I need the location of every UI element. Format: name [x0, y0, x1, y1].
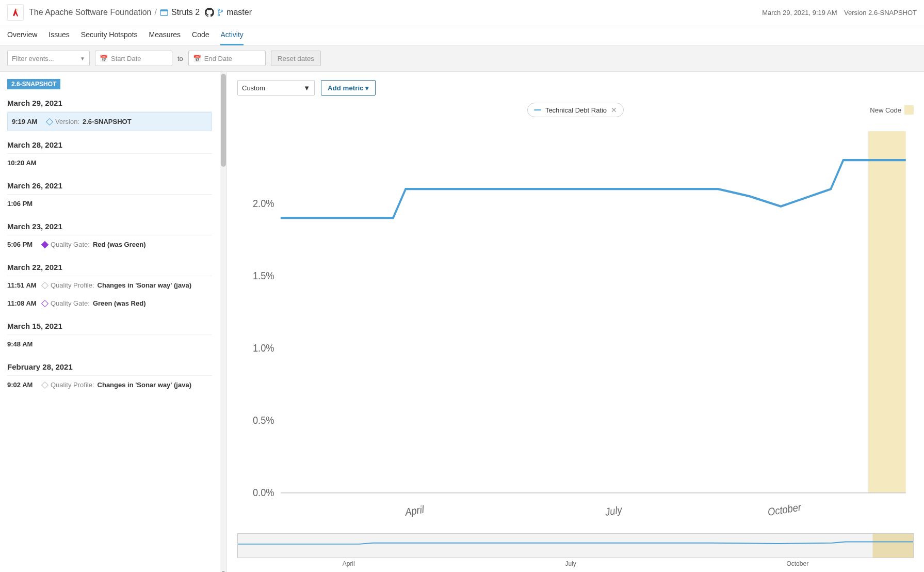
activity-event[interactable]: 1:06 PM: [0, 195, 219, 213]
tab-security-hotspots[interactable]: Security Hotspots: [81, 25, 138, 45]
end-date-input[interactable]: 📅 End Date: [188, 51, 266, 66]
svg-text:July: July: [604, 503, 623, 518]
tab-activity[interactable]: Activity: [220, 25, 243, 45]
add-metric-button[interactable]: Add metric ▾: [321, 80, 376, 96]
event-time: 9:02 AM: [7, 381, 39, 389]
project-icon: [160, 8, 168, 17]
branch-name[interactable]: master: [226, 8, 252, 17]
activity-event[interactable]: 9:48 AM: [0, 335, 219, 353]
activity-event[interactable]: 5:06 PM Quality Gate: Red (was Green): [0, 235, 219, 253]
graph-type-label: Custom: [242, 84, 265, 92]
filter-events-select[interactable]: Filter events... ▼: [7, 51, 90, 66]
scroll-down-icon[interactable]: ▼: [220, 569, 226, 572]
event-value: Changes in 'Sonar way' (java): [98, 281, 191, 289]
start-date-placeholder: Start Date: [111, 55, 141, 62]
series-color-swatch: [534, 109, 541, 111]
svg-text:0.5%: 0.5%: [253, 414, 274, 426]
day-heading: February 28, 2021: [0, 360, 219, 375]
caret-down-icon: ▼: [303, 84, 310, 92]
scrollbar-thumb[interactable]: [221, 74, 226, 167]
activity-event[interactable]: 10:20 AM: [0, 154, 219, 172]
event-time: 10:20 AM: [7, 159, 39, 167]
day-heading: March 15, 2021: [0, 320, 219, 335]
main-chart: 0.0%0.5%1.0%1.5%2.0%AprilJulyOctober: [237, 122, 914, 528]
to-label: to: [177, 55, 183, 62]
event-value: Green (was Red): [93, 299, 146, 307]
filter-events-placeholder: Filter events...: [12, 55, 54, 62]
start-date-input[interactable]: 📅 Start Date: [95, 51, 172, 66]
event-marker-icon: [41, 281, 48, 289]
overview-tick: April: [343, 560, 355, 567]
activity-event[interactable]: 11:51 AM Quality Profile: Changes in 'So…: [0, 276, 219, 294]
remove-metric-icon[interactable]: ✕: [611, 106, 617, 114]
svg-point-4: [221, 10, 222, 11]
project-header: The Apache Software Foundation / Struts …: [0, 0, 924, 25]
breadcrumb-project[interactable]: Struts 2: [171, 8, 200, 17]
github-icon[interactable]: [205, 8, 214, 17]
event-value: Red (was Green): [93, 241, 146, 248]
breadcrumb-org[interactable]: The Apache Software Foundation: [29, 8, 152, 17]
event-time: 11:51 AM: [7, 281, 39, 289]
event-time: 1:06 PM: [7, 200, 39, 208]
filter-bar: Filter events... ▼ 📅 Start Date to 📅 End…: [0, 45, 924, 72]
metric-chip-label: Technical Debt Ratio: [545, 106, 607, 114]
snapshot-badge: 2.6-SNAPSHOT: [7, 79, 60, 89]
chart-panel: Custom ▼ Add metric ▾ Technical Debt Rat…: [227, 72, 924, 572]
add-metric-label: Add metric: [328, 84, 364, 92]
event-marker-icon: [41, 381, 48, 388]
event-time: 5:06 PM: [7, 241, 39, 248]
nav-tabs: OverviewIssuesSecurity HotspotsMeasuresC…: [0, 25, 924, 45]
overview-tick: October: [786, 560, 808, 567]
event-marker-icon: [41, 299, 48, 307]
breadcrumb: The Apache Software Foundation / Struts …: [29, 8, 252, 17]
event-time: 11:08 AM: [7, 299, 39, 307]
tab-code[interactable]: Code: [192, 25, 209, 45]
event-label: Quality Profile:: [51, 281, 94, 289]
event-marker-icon: [46, 118, 53, 125]
new-code-legend: New Code: [870, 105, 914, 115]
day-heading: March 22, 2021: [0, 261, 219, 276]
header-version: Version 2.6-SNAPSHOT: [844, 9, 917, 17]
tab-measures[interactable]: Measures: [149, 25, 181, 45]
event-value: Changes in 'Sonar way' (java): [98, 381, 191, 389]
graph-type-select[interactable]: Custom ▼: [237, 80, 315, 96]
svg-point-2: [218, 9, 219, 10]
end-date-placeholder: End Date: [204, 55, 232, 62]
caret-down-icon: ▾: [365, 84, 369, 92]
svg-rect-5: [868, 131, 906, 493]
svg-text:April: April: [404, 503, 425, 518]
svg-text:2.0%: 2.0%: [253, 197, 274, 209]
new-code-label: New Code: [870, 106, 901, 114]
project-logo: [7, 4, 24, 21]
activity-event[interactable]: 9:19 AM Version: 2.6-SNAPSHOT: [7, 112, 212, 131]
event-label: Quality Gate:: [51, 299, 90, 307]
svg-rect-1: [160, 10, 168, 11]
metric-chip: Technical Debt Ratio ✕: [527, 103, 624, 117]
day-heading: March 23, 2021: [0, 220, 219, 235]
svg-rect-15: [872, 534, 913, 558]
event-value: 2.6-SNAPSHOT: [83, 118, 132, 125]
day-heading: March 29, 2021: [0, 97, 219, 112]
event-label: Quality Profile:: [51, 381, 94, 389]
calendar-icon: 📅: [193, 55, 201, 62]
overview-x-labels: AprilJulyOctober: [237, 560, 914, 567]
tab-overview[interactable]: Overview: [7, 25, 37, 45]
activity-event[interactable]: 9:02 AM Quality Profile: Changes in 'Son…: [0, 376, 219, 394]
svg-point-3: [218, 14, 219, 15]
header-timestamp: March 29, 2021, 9:19 AM: [762, 9, 837, 17]
breadcrumb-sep: /: [155, 8, 157, 17]
day-heading: March 26, 2021: [0, 179, 219, 194]
activity-event[interactable]: 11:08 AM Quality Gate: Green (was Red): [0, 294, 219, 312]
event-label: Quality Gate:: [51, 241, 90, 248]
calendar-icon: 📅: [100, 55, 108, 62]
event-time: 9:48 AM: [7, 340, 39, 348]
svg-text:1.0%: 1.0%: [253, 342, 274, 354]
header-meta: March 29, 2021, 9:19 AM Version 2.6-SNAP…: [762, 9, 917, 17]
reset-dates-button[interactable]: Reset dates: [271, 51, 321, 66]
overview-chart[interactable]: [237, 533, 914, 558]
branch-icon: [217, 8, 223, 17]
new-code-swatch: [904, 105, 914, 115]
scrollbar[interactable]: ▲ ▼: [220, 72, 226, 572]
overview-tick: July: [565, 560, 576, 567]
tab-issues[interactable]: Issues: [48, 25, 69, 45]
